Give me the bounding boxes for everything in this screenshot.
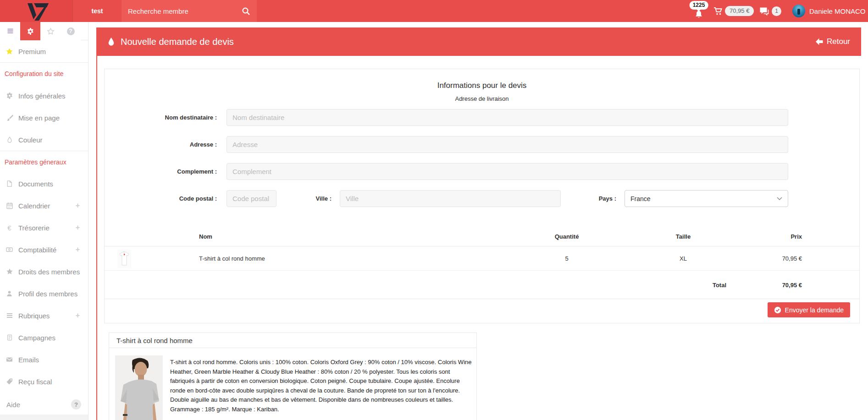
- table-row: T-shirt à col rond homme 5 XL 70,95 €: [105, 246, 859, 271]
- sidebar-item-tresorerie[interactable]: € Trésorerie +: [0, 217, 88, 239]
- search-button[interactable]: [235, 0, 257, 22]
- accent-line: [96, 27, 97, 420]
- sidebar-item-label: Trésorerie: [18, 224, 50, 232]
- submit-request-button[interactable]: Envoyer la demande: [768, 302, 850, 317]
- table-total-row: Total 70,95 €: [105, 271, 859, 299]
- quote-form-panel: Informations pour le devis Adresse de li…: [104, 69, 860, 323]
- help-icon: ?: [67, 27, 75, 35]
- country-select[interactable]: France: [625, 190, 788, 207]
- tab-menu[interactable]: [0, 22, 20, 40]
- postal-code-label: Code postal :: [105, 195, 217, 202]
- messages-button[interactable]: 1: [759, 0, 781, 22]
- sidebar-item-label: Rubriques: [18, 312, 50, 320]
- country-label: Pays :: [561, 195, 616, 202]
- sidebar-item-profil-des-membres[interactable]: Profil des membres: [0, 283, 88, 305]
- messages-count-badge: 1: [772, 6, 781, 16]
- droplet-icon: [108, 37, 115, 47]
- banknote-icon: [6, 246, 13, 253]
- country-selected-value: France: [630, 195, 777, 202]
- sidebar-item-emails[interactable]: Emails: [0, 349, 88, 371]
- product-photo: [115, 355, 163, 420]
- menu-icon: [6, 27, 14, 35]
- sidebar-item-rubriques[interactable]: Rubriques +: [0, 305, 88, 327]
- item-price: 70,95 €: [782, 255, 802, 262]
- sidebar-item-documents[interactable]: Documents: [0, 173, 88, 195]
- recipient-input[interactable]: [227, 109, 788, 126]
- sidebar-item-mise-en-page[interactable]: Mise en page: [0, 107, 88, 129]
- calendar-icon: [6, 202, 13, 209]
- search-icon: [242, 7, 250, 16]
- gear-icon: [6, 92, 13, 99]
- page-title-group: Nouvelle demande de devis: [108, 37, 234, 47]
- tab-help[interactable]: ?: [61, 22, 81, 40]
- plus-icon[interactable]: +: [76, 202, 80, 209]
- address-input[interactable]: [227, 136, 788, 153]
- notifications-button[interactable]: 1225: [687, 0, 711, 22]
- complement-input[interactable]: [227, 163, 788, 180]
- column-header-prix: Prix: [791, 233, 802, 240]
- form-subtitle: Adresse de livraison: [105, 95, 859, 102]
- cart-button[interactable]: 70,95 €: [713, 0, 754, 22]
- sidebar-footer: [0, 415, 88, 420]
- search-input[interactable]: [122, 0, 235, 22]
- page-title: Nouvelle demande de devis: [121, 37, 234, 47]
- sidebar-item-comptabilite[interactable]: Comptabilité +: [0, 239, 88, 261]
- sidebar-item-campagnes[interactable]: Campagnes: [0, 327, 88, 349]
- postal-code-input[interactable]: [227, 190, 276, 207]
- product-description: T-shirt à col rond homme. Coloris unis :…: [170, 358, 474, 415]
- back-button[interactable]: Retour: [815, 37, 850, 46]
- page-header-bar: Nouvelle demande de devis Retour: [97, 27, 861, 56]
- workspace-switcher[interactable]: test: [73, 0, 122, 22]
- tab-settings[interactable]: [20, 22, 40, 40]
- file-icon: [6, 180, 13, 187]
- person-icon: [6, 290, 13, 297]
- sidebar-item-droits-des-membres[interactable]: Droits des membres: [0, 261, 88, 283]
- tab-favorites[interactable]: [40, 22, 61, 40]
- sidebar-item-label: Campagnes: [18, 334, 55, 342]
- user-name: Daniele MONACO: [809, 7, 866, 15]
- column-header-nom: Nom: [199, 233, 212, 240]
- sidebar-item-infos-generales[interactable]: Infos générales: [0, 85, 88, 107]
- plus-icon[interactable]: +: [76, 312, 80, 319]
- sidebar-item-calendrier[interactable]: Calendrier +: [0, 195, 88, 217]
- city-label: Ville :: [276, 195, 332, 202]
- sidebar-tabstrip: ?: [0, 22, 88, 40]
- sidebar-item-label: Reçu fiscal: [18, 378, 52, 386]
- recipient-label: Nom destinataire :: [105, 114, 217, 121]
- sidebar-section-configuration: Configuration du site: [0, 63, 88, 85]
- total-value: 70,95 €: [782, 281, 802, 288]
- euro-icon: €: [6, 224, 13, 231]
- item-size: XL: [680, 255, 687, 262]
- sidebar-item-label: Emails: [18, 356, 39, 364]
- total-label: Total: [713, 281, 726, 288]
- bell-icon: [694, 10, 703, 19]
- droplet-icon: [6, 136, 13, 143]
- sidebar-item-couleur[interactable]: Couleur: [0, 129, 88, 151]
- avatar: [792, 5, 805, 17]
- items-table-header: Nom Quantité Taille Prix: [105, 227, 859, 246]
- sidebar-item-aide[interactable]: Aide ?: [0, 394, 88, 415]
- topbar: test 1225 70,95 € 1: [0, 0, 868, 22]
- member-search: [122, 0, 257, 22]
- item-qty: 5: [565, 255, 568, 262]
- v7-logo-icon: [21, 1, 51, 21]
- chevron-down-icon: [777, 197, 782, 201]
- sidebar-item-label: Comptabilité: [18, 246, 56, 254]
- user-menu[interactable]: Daniele MONACO: [792, 0, 866, 22]
- sidebar: ? Premium Configuration du site Infos gé…: [0, 22, 88, 420]
- city-input[interactable]: [340, 190, 561, 207]
- cart-icon: [713, 7, 723, 16]
- envelope-icon: [6, 356, 13, 363]
- notifications-count-badge: 1225: [690, 1, 708, 10]
- product-card-title: T-shirt à col rond homme: [109, 333, 476, 348]
- submit-request-label: Envoyer la demande: [785, 306, 844, 314]
- sidebar-item-recu-fiscal[interactable]: Reçu fiscal: [0, 371, 88, 393]
- form-title: Informations pour le devis: [105, 81, 859, 90]
- gear-icon: [27, 27, 34, 35]
- sidebar-item-label: Calendrier: [18, 202, 50, 210]
- plus-icon[interactable]: +: [76, 224, 80, 231]
- plus-icon[interactable]: +: [76, 246, 80, 253]
- sidebar-item-premium[interactable]: Premium: [0, 40, 88, 63]
- item-name: T-shirt à col rond homme: [199, 255, 265, 262]
- app-logo[interactable]: [0, 0, 72, 22]
